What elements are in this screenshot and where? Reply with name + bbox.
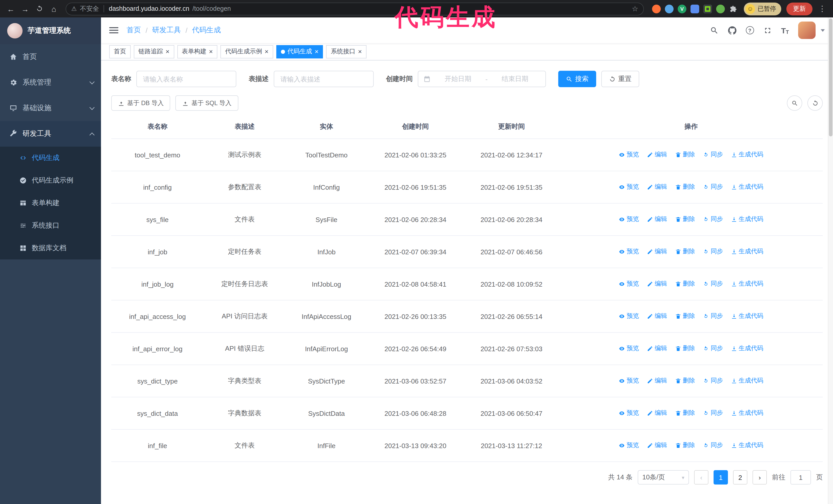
generate-code-link[interactable]: 生成代码 (731, 344, 763, 353)
generate-code-link[interactable]: 生成代码 (731, 377, 763, 385)
sidebar-item-dev-tools[interactable]: 研发工具 (0, 121, 101, 147)
close-icon[interactable]: × (166, 48, 169, 55)
extensions-puzzle-icon[interactable] (729, 4, 738, 13)
sidebar-subitem-form-builder[interactable]: 表单构建 (0, 192, 101, 214)
home-icon[interactable]: ⌂ (47, 4, 61, 13)
refresh-table-button[interactable] (807, 95, 823, 111)
delete-link[interactable]: 删除 (675, 247, 695, 256)
generate-code-link[interactable]: 生成代码 (731, 150, 763, 159)
sync-link[interactable]: 同步 (703, 344, 723, 353)
preview-link[interactable]: 预览 (619, 344, 639, 353)
table-desc-input[interactable] (274, 71, 374, 87)
preview-link[interactable]: 预览 (619, 409, 639, 417)
goto-page-input[interactable] (790, 470, 811, 484)
edit-link[interactable]: 编辑 (647, 215, 667, 224)
edit-link[interactable]: 编辑 (647, 183, 667, 192)
update-button[interactable]: 更新 (786, 2, 812, 15)
preview-link[interactable]: 预览 (619, 441, 639, 450)
sync-link[interactable]: 同步 (703, 183, 723, 192)
sync-link[interactable]: 同步 (703, 441, 723, 450)
generate-code-link[interactable]: 生成代码 (731, 312, 763, 321)
bookmark-star-icon[interactable]: ☆ (632, 5, 638, 13)
page-scrollbar[interactable] (828, 18, 833, 504)
delete-link[interactable]: 删除 (675, 215, 695, 224)
extension-icon-blue[interactable] (665, 4, 673, 13)
sync-link[interactable]: 同步 (703, 215, 723, 224)
table-name-input[interactable] (136, 71, 236, 87)
sidebar-subitem-system-api[interactable]: 系统接口 (0, 214, 101, 237)
sync-link[interactable]: 同步 (703, 312, 723, 321)
import-sql-button[interactable]: 基于 SQL 导入 (175, 95, 238, 111)
edit-link[interactable]: 编辑 (647, 377, 667, 385)
generate-code-link[interactable]: 生成代码 (731, 183, 763, 192)
preview-link[interactable]: 预览 (619, 150, 639, 159)
sync-link[interactable]: 同步 (703, 280, 723, 288)
delete-link[interactable]: 删除 (675, 280, 695, 288)
breadcrumb-devtools[interactable]: 研发工具 (152, 26, 181, 35)
delete-link[interactable]: 删除 (675, 312, 695, 321)
close-icon[interactable]: × (358, 48, 362, 55)
close-icon[interactable]: × (264, 48, 268, 55)
next-page-button[interactable]: › (753, 470, 767, 484)
date-range-picker[interactable]: 开始日期 - 结束日期 (418, 71, 546, 87)
preview-link[interactable]: 预览 (619, 215, 639, 224)
forward-icon[interactable]: → (19, 4, 32, 13)
delete-link[interactable]: 删除 (675, 377, 695, 385)
tab-codegen[interactable]: 代码生成× (276, 45, 323, 58)
close-icon[interactable]: × (209, 48, 213, 55)
sync-link[interactable]: 同步 (703, 150, 723, 159)
reload-icon[interactable] (33, 5, 46, 12)
menu-kebab-icon[interactable]: ⋮ (815, 4, 829, 13)
edit-link[interactable]: 编辑 (647, 344, 667, 353)
toggle-search-button[interactable] (787, 95, 802, 111)
edit-link[interactable]: 编辑 (647, 312, 667, 321)
sync-link[interactable]: 同步 (703, 377, 723, 385)
breadcrumb-home[interactable]: 首页 (127, 26, 141, 35)
delete-link[interactable]: 删除 (675, 344, 695, 353)
prev-page-button[interactable]: ‹ (694, 470, 709, 484)
address-bar[interactable]: ⚠ 不安全 dashboard.yudao.iocoder.cn/tool/co… (66, 2, 644, 15)
user-avatar[interactable] (798, 22, 815, 39)
generate-code-link[interactable]: 生成代码 (731, 247, 763, 256)
preview-link[interactable]: 预览 (619, 377, 639, 385)
delete-link[interactable]: 删除 (675, 441, 695, 450)
help-icon[interactable]: ? (745, 26, 754, 34)
extension-icon-users[interactable] (690, 4, 699, 13)
delete-link[interactable]: 删除 (675, 409, 695, 417)
edit-link[interactable]: 编辑 (647, 280, 667, 288)
sidebar-item-system-mgmt[interactable]: 系统管理 (0, 70, 101, 95)
scrollbar-thumb[interactable] (829, 19, 832, 136)
tab-form-builder[interactable]: 表单构建× (177, 45, 217, 58)
search-button[interactable]: 搜索 (558, 71, 596, 87)
sidebar-item-infrastructure[interactable]: 基础设施 (0, 95, 101, 121)
page-size-select[interactable]: 10条/页 ▾ (638, 470, 689, 484)
back-icon[interactable]: ← (4, 4, 18, 13)
sidebar-subitem-codegen-example[interactable]: 代码生成示例 (0, 169, 101, 192)
tab-system-api[interactable]: 系统接口× (326, 45, 366, 58)
delete-link[interactable]: 删除 (675, 150, 695, 159)
avatar-caret-icon[interactable] (821, 29, 825, 31)
generate-code-link[interactable]: 生成代码 (731, 409, 763, 417)
tab-codegen-example[interactable]: 代码生成示例× (220, 45, 273, 58)
edit-link[interactable]: 编辑 (647, 441, 667, 450)
delete-link[interactable]: 删除 (675, 183, 695, 192)
edit-link[interactable]: 编辑 (647, 150, 667, 159)
generate-code-link[interactable]: 生成代码 (731, 441, 763, 450)
sidebar-subitem-db-docs[interactable]: 数据库文档 (0, 237, 101, 259)
github-icon[interactable] (728, 26, 736, 34)
extension-icon-v[interactable]: V (678, 4, 686, 13)
search-icon[interactable] (710, 26, 718, 34)
generate-code-link[interactable]: 生成代码 (731, 215, 763, 224)
profile-chip[interactable]: ☺ 已暂停 (744, 2, 781, 15)
fullscreen-icon[interactable] (763, 26, 772, 34)
sync-link[interactable]: 同步 (703, 247, 723, 256)
preview-link[interactable]: 预览 (619, 183, 639, 192)
import-db-button[interactable]: 基于 DB 导入 (111, 95, 170, 111)
breadcrumb-codegen[interactable]: 代码生成 (192, 26, 221, 35)
sidebar-item-home[interactable]: 首页 (0, 44, 101, 70)
preview-link[interactable]: 预览 (619, 247, 639, 256)
preview-link[interactable]: 预览 (619, 280, 639, 288)
generate-code-link[interactable]: 生成代码 (731, 280, 763, 288)
sync-link[interactable]: 同步 (703, 409, 723, 417)
close-icon[interactable]: × (315, 48, 318, 55)
